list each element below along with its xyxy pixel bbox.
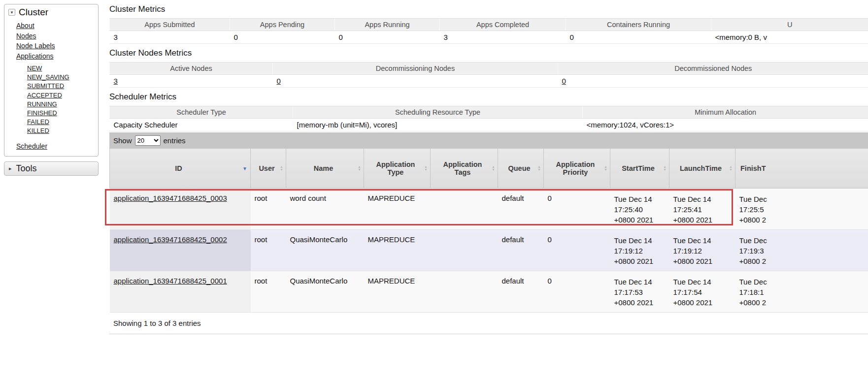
expand-right-icon: ▸ <box>9 165 12 172</box>
queue-cell: default <box>498 271 544 312</box>
cluster-nodes-metrics-table: Active Nodes Decommissioning Nodes Decom… <box>109 62 868 88</box>
sidebar-item-applications[interactable]: Applications <box>16 52 54 60</box>
apps-col-header-application-tags[interactable]: Application Tags ▲▼ <box>431 149 498 188</box>
priority-cell: 0 <box>544 229 610 271</box>
sidebar-item-killed[interactable]: KILLED <box>27 127 49 134</box>
main-content: Cluster Metrics Apps Submitted Apps Pend… <box>109 0 868 334</box>
decommissioned-nodes-link[interactable]: 0 <box>562 77 566 85</box>
user-cell: root <box>251 271 286 312</box>
launchtime-cell: Tue Dec 14 17:19:12 +0800 2021 <box>669 229 735 271</box>
tags-cell <box>431 188 498 229</box>
sidebar-item-failed[interactable]: FAILED <box>27 118 49 126</box>
apps-col-header-queue[interactable]: Queue ▲▼ <box>498 149 544 188</box>
entries-label: entries <box>164 136 186 145</box>
sidebar-item-finished[interactable]: FINISHED <box>27 109 57 117</box>
containers-running-value: 0 <box>566 31 711 44</box>
sort-descending-icon: ▼ <box>242 165 247 171</box>
sidebar: ▾ Cluster About Nodes Node Labels Applic… <box>4 4 99 176</box>
scheduler-type-value: Capacity Scheduler <box>110 119 293 131</box>
tags-cell <box>431 271 498 312</box>
table-info: Showing 1 to 3 of 3 entries <box>109 313 868 334</box>
name-cell: QuasiMonteCarlo <box>286 229 364 271</box>
tools-nav-title: Tools <box>16 163 37 174</box>
scheduling-resource-type-value: [memory-mb (unit=Mi), vcores] <box>293 119 583 131</box>
sidebar-item-node-labels[interactable]: Node Labels <box>16 42 55 50</box>
starttime-cell: Tue Dec 14 17:19:12 +0800 2021 <box>610 229 669 271</box>
col-header-apps-completed: Apps Completed <box>440 19 566 31</box>
cluster-nav-header[interactable]: ▾ Cluster <box>4 4 98 19</box>
col-header-apps-running: Apps Running <box>335 19 440 31</box>
sort-both-icon: ▲▼ <box>663 165 667 171</box>
starttime-cell: Tue Dec 14 17:25:40 +0800 2021 <box>610 188 669 229</box>
col-header-scheduler-type: Scheduler Type <box>110 106 293 119</box>
applications-header-row: ID ▼ User ▲▼ Name ▲▼ Application Type ▲▼… <box>110 149 868 188</box>
col-header-apps-pending: Apps Pending <box>230 19 335 31</box>
finishtime-cell: Tue Dec 17:18:1 +0800 2 <box>735 271 868 312</box>
finishtime-cell: Tue Dec 17:25:5 +0800 2 <box>735 188 868 229</box>
apps-completed-value: 3 <box>440 31 566 44</box>
sidebar-item-submitted[interactable]: SUBMITTED <box>27 82 64 90</box>
col-header-apps-submitted: Apps Submitted <box>110 19 230 31</box>
sidebar-item-new[interactable]: NEW <box>27 64 42 72</box>
apps-col-header-user[interactable]: User ▲▼ <box>251 149 286 188</box>
type-cell: MAPREDUCE <box>364 188 431 229</box>
finishtime-cell: Tue Dec 17:19:3 +0800 2 <box>735 229 868 271</box>
col-header-scheduling-resource-type: Scheduling Resource Type <box>293 106 583 119</box>
type-cell: MAPREDUCE <box>364 271 431 312</box>
sort-both-icon: ▲▼ <box>492 165 495 171</box>
apps-col-header-starttime[interactable]: StartTime ▲▼ <box>610 149 669 188</box>
apps-col-header-finishtime[interactable]: FinishT <box>735 149 868 188</box>
cluster-metrics-table: Apps Submitted Apps Pending Apps Running… <box>109 18 868 44</box>
used-resources-value: <memory:0 B, v <box>711 31 868 44</box>
tools-nav-header[interactable]: ▸ Tools <box>4 161 99 176</box>
col-header-containers-running: Containers Running <box>566 19 711 31</box>
queue-cell: default <box>498 229 544 271</box>
apps-col-header-application-type[interactable]: Application Type ▲▼ <box>364 149 431 188</box>
page-size-select[interactable]: 20 <box>135 135 161 146</box>
sort-both-icon: ▲▼ <box>604 165 607 171</box>
active-nodes-link[interactable]: 3 <box>114 77 118 85</box>
show-label: Show <box>113 136 132 145</box>
table-length-bar: Show 20 entries <box>109 132 868 149</box>
apps-col-header-id[interactable]: ID ▼ <box>110 149 251 188</box>
user-cell: root <box>251 229 286 271</box>
scheduler-metrics-table: Scheduler Type Scheduling Resource Type … <box>109 106 868 131</box>
sidebar-item-running[interactable]: RUNNING <box>27 100 57 108</box>
starttime-cell: Tue Dec 14 17:17:53 +0800 2021 <box>610 271 669 312</box>
type-cell: MAPREDUCE <box>364 229 431 271</box>
cluster-nav-links: About Nodes Node Labels Applications <box>4 21 98 61</box>
col-header-minimum-allocation: Minimum Allocation <box>583 106 868 119</box>
application-link[interactable]: application_1639471688425_0003 <box>114 194 227 202</box>
sort-both-icon: ▲▼ <box>424 165 428 171</box>
cluster-nav-title: Cluster <box>19 7 48 18</box>
collapse-down-icon[interactable]: ▾ <box>8 9 15 16</box>
apps-col-header-launchtime[interactable]: LaunchTime ▲▼ <box>669 149 735 188</box>
sort-both-icon: ▲▼ <box>537 165 541 171</box>
launchtime-cell: Tue Dec 14 17:17:54 +0800 2021 <box>669 271 735 312</box>
decommissioning-nodes-link[interactable]: 0 <box>277 77 281 85</box>
sidebar-item-nodes[interactable]: Nodes <box>16 32 36 40</box>
application-link[interactable]: application_1639471688425_0001 <box>114 277 227 285</box>
col-header-decommissioned-nodes: Decommissioned Nodes <box>558 63 868 75</box>
user-cell: root <box>251 188 286 229</box>
cluster-nodes-metrics-title: Cluster Nodes Metrics <box>109 48 868 59</box>
apps-submitted-value: 3 <box>110 31 230 44</box>
application-link[interactable]: application_1639471688425_0002 <box>114 235 227 244</box>
cluster-nav-panel: ▾ Cluster About Nodes Node Labels Applic… <box>4 4 99 157</box>
sidebar-item-about[interactable]: About <box>16 22 34 30</box>
name-cell: QuasiMonteCarlo <box>286 271 364 312</box>
launchtime-cell: Tue Dec 14 17:25:41 +0800 2021 <box>669 188 735 229</box>
sort-both-icon: ▲▼ <box>280 165 283 171</box>
sidebar-item-accepted[interactable]: ACCEPTED <box>27 92 62 99</box>
apps-col-header-application-priority[interactable]: Application Priority ▲▼ <box>544 149 610 188</box>
sidebar-item-new-saving[interactable]: NEW_SAVING <box>27 73 69 81</box>
applications-table: ID ▼ User ▲▼ Name ▲▼ Application Type ▲▼… <box>109 149 868 313</box>
sidebar-item-scheduler[interactable]: Scheduler <box>16 142 47 150</box>
queue-cell: default <box>498 188 544 229</box>
table-row: application_1639471688425_0001 root Quas… <box>110 271 868 312</box>
sort-both-icon: ▲▼ <box>729 165 733 171</box>
tags-cell <box>431 229 498 271</box>
apps-col-header-name[interactable]: Name ▲▼ <box>286 149 364 188</box>
application-states-list: NEW NEW_SAVING SUBMITTED ACCEPTED RUNNIN… <box>4 63 98 135</box>
minimum-allocation-value: <memory:1024, vCores:1> <box>583 119 868 131</box>
